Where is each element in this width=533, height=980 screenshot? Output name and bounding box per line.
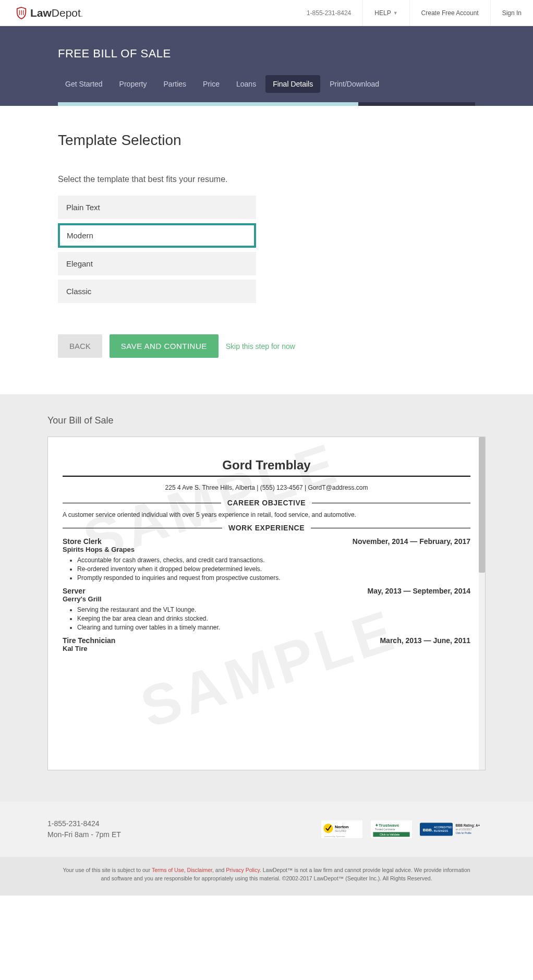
svg-text:Click for Profile: Click for Profile (455, 832, 471, 834)
job-title: Store Clerk (63, 537, 102, 546)
page-subtitle: Select the template that best fits your … (58, 175, 475, 184)
save-continue-button[interactable]: SAVE AND CONTINUE (110, 334, 219, 358)
hero: FREE BILL OF SALE Get StartedPropertyPar… (0, 26, 533, 106)
job-dates: May, 2013 — September, 2014 (368, 587, 470, 595)
header-sign-in[interactable]: Sign In (490, 0, 533, 26)
job-bullet: Clearing and turning over tables in a ti… (77, 624, 470, 631)
svg-text:BUSINESS: BUSINESS (434, 829, 449, 832)
svg-text:Trusted Commerce: Trusted Commerce (375, 828, 395, 831)
footer-hours: Mon-Fri 8am - 7pm ET (47, 829, 121, 840)
page-title: Template Selection (58, 132, 475, 149)
preview-frame: SAMPLE SAMPLE Gord Tremblay 225 4 Ave S.… (47, 437, 486, 770)
svg-text:BBB.: BBB. (422, 828, 433, 832)
preview-title: Your Bill of Sale (47, 415, 486, 426)
svg-text:as of 1/31/2017: as of 1/31/2017 (455, 828, 472, 831)
svg-text:✦Trustwave: ✦Trustwave (375, 823, 399, 828)
wizard-tab-property[interactable]: Property (112, 75, 154, 93)
job-subtitle: Gerry's Grill (63, 595, 470, 603)
logo-shield-icon (16, 6, 27, 20)
template-option-modern[interactable]: Modern (58, 223, 256, 248)
form-actions: BACK SAVE AND CONTINUE Skip this step fo… (58, 334, 475, 358)
footer-phone: 1-855-231-8424 (47, 818, 121, 829)
wizard-tab-get-started[interactable]: Get Started (58, 75, 110, 93)
trust-badges: NortonSECUREDpowered by Symantec ✦Trustw… (321, 820, 486, 839)
norton-badge-icon[interactable]: NortonSECUREDpowered by Symantec (321, 820, 363, 839)
wizard-tab-price[interactable]: Price (196, 75, 227, 93)
svg-text:powered by Symantec: powered by Symantec (324, 835, 345, 838)
template-option-elegant[interactable]: Elegant (58, 252, 256, 275)
doc-objective-text: A customer service oriented individual w… (63, 511, 470, 518)
job-bullet: Re-ordered inventory when it dropped bel… (77, 565, 470, 573)
job-dates: March, 2013 — June, 2011 (380, 636, 470, 645)
job-bullet: Keeping the bar area clean and drinks st… (77, 615, 470, 622)
svg-text:SECURED: SECURED (335, 830, 347, 832)
wizard-tabs: Get StartedPropertyPartiesPriceLoansFina… (58, 75, 475, 93)
wizard-tab-final-details[interactable]: Final Details (265, 75, 320, 93)
doc-work-head: WORK EXPERIENCE (63, 524, 470, 532)
preview-section: Your Bill of Sale SAMPLE SAMPLE Gord Tre… (0, 394, 533, 802)
job-bullet: Accountable for cash drawers, checks, an… (77, 556, 470, 564)
svg-text:ACCREDITED: ACCREDITED (434, 826, 452, 829)
terms-link[interactable]: Terms of Use (152, 867, 184, 873)
job-bullets: Serving the restaurant and the VLT loung… (77, 606, 470, 631)
back-button[interactable]: BACK (58, 334, 102, 358)
job-title: Server (63, 587, 86, 595)
job-row: Store ClerkNovember, 2014 — February, 20… (63, 537, 470, 546)
header-help[interactable]: HELP▼ (362, 0, 409, 26)
content: Template Selection Select the template t… (53, 106, 480, 394)
job-dates: November, 2014 — February, 2017 (353, 537, 470, 546)
disclaimer-link[interactable]: Disclaimer (187, 867, 212, 873)
template-option-classic[interactable]: Classic (58, 280, 256, 303)
doc-contact: 225 4 Ave S. Three Hills, Alberta | (555… (63, 484, 470, 491)
hero-title: FREE BILL OF SALE (58, 47, 475, 61)
job-subtitle: Kal Tire (63, 645, 470, 652)
footer-mid: 1-855-231-8424 Mon-Fri 8am - 7pm ET Nort… (0, 802, 533, 857)
progress-fill (58, 102, 358, 106)
doc-objective-head: CAREER OBJECTIVE (63, 499, 470, 507)
svg-text:BBB Rating: A+: BBB Rating: A+ (455, 824, 480, 828)
bbb-badge-icon[interactable]: BBB.ACCREDITEDBUSINESSBBB Rating: A+as o… (420, 820, 486, 839)
skip-link[interactable]: Skip this step for now (226, 342, 295, 350)
job-bullet: Serving the restaurant and the VLT loung… (77, 606, 470, 613)
trustwave-badge-icon[interactable]: ✦TrustwaveTrusted CommerceClick to Valid… (370, 820, 413, 839)
logo[interactable]: LawDepot. (0, 6, 295, 20)
job-row: Tire TechnicianMarch, 2013 — June, 2011 (63, 636, 470, 645)
footer-contact: 1-855-231-8424 Mon-Fri 8am - 7pm ET (47, 818, 121, 840)
header-phone[interactable]: 1-855-231-8424 (295, 0, 362, 26)
doc-rule (63, 476, 470, 477)
job-row: ServerMay, 2013 — September, 2014 (63, 587, 470, 595)
job-bullets: Accountable for cash drawers, checks, an… (77, 556, 470, 582)
job-bullet: Promptly responded to inquiries and requ… (77, 574, 470, 582)
document-preview: SAMPLE SAMPLE Gord Tremblay 225 4 Ave S.… (48, 437, 485, 673)
svg-text:Click to Validate: Click to Validate (380, 833, 399, 836)
wizard-tab-print-download[interactable]: Print/Download (322, 75, 386, 93)
svg-point-1 (323, 824, 333, 833)
top-header: LawDepot. 1-855-231-8424 HELP▼ Create Fr… (0, 0, 533, 26)
svg-text:Norton: Norton (335, 825, 349, 829)
footer-legal-pre: Your use of this site is subject to our (63, 867, 151, 873)
footer-legal: Your use of this site is subject to our … (0, 857, 533, 896)
wizard-tab-loans[interactable]: Loans (229, 75, 263, 93)
template-option-plain-text[interactable]: Plain Text (58, 196, 256, 219)
job-title: Tire Technician (63, 636, 115, 645)
wizard-tab-parties[interactable]: Parties (156, 75, 194, 93)
doc-name: Gord Tremblay (63, 458, 470, 473)
progress-bar (58, 102, 475, 106)
privacy-link[interactable]: Privacy Policy (226, 867, 260, 873)
job-subtitle: Spirits Hops & Grapes (63, 546, 470, 553)
chevron-down-icon: ▼ (393, 10, 398, 16)
template-options: Plain TextModernElegantClassic (58, 196, 256, 303)
logo-text: LawDepot. (30, 7, 83, 19)
header-links: 1-855-231-8424 HELP▼ Create Free Account… (295, 0, 533, 26)
header-create-account[interactable]: Create Free Account (409, 0, 490, 26)
